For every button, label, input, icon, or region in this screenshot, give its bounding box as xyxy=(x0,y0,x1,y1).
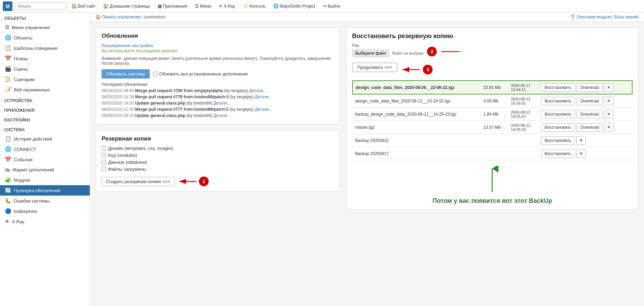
sidebar-item-plans[interactable]: 📅 Планы xyxy=(0,53,90,64)
delete-button[interactable]: ✕ xyxy=(604,123,613,132)
backup-file-size: 1.84 Mb xyxy=(481,108,508,121)
backup-file-actions: Восстановить✕ xyxy=(538,134,632,147)
restore-button[interactable]: Восстановить xyxy=(541,150,575,158)
arrow-left-icon xyxy=(177,177,198,186)
sidebar-item-check-updates[interactable]: 🔄 Проверка обновлений xyxy=(0,185,90,196)
nav-website[interactable]: 🏠 Веб-сайт xyxy=(69,2,98,10)
backup-file-date: 2020-09-12 14:25:23 xyxy=(508,121,538,134)
sidebar-item-menu-management[interactable]: ☰ Меню управления xyxy=(0,22,90,33)
backup-file-date: 2020-09-17 10:44:11 xyxy=(508,81,538,94)
sidebar-item-objects[interactable]: 🌐 Объекты xyxy=(0,33,90,43)
update-system-button[interactable]: Обновить систему xyxy=(102,69,150,79)
delete-button[interactable]: ✕ xyxy=(604,97,613,105)
delete-button[interactable]: ✕ xyxy=(576,136,586,145)
log-item-4: 08/05/2020 09:23 Update general.class.ph… xyxy=(102,113,333,118)
sidebar-item-modules[interactable]: 🧩 Модули xyxy=(0,175,90,185)
continue-button[interactable]: Продолжить >>> xyxy=(352,63,398,72)
two-col-layout: Обновления Расширенная настройка Вы испо… xyxy=(90,22,644,221)
update-warning-text: Внимание: данная операция может занять д… xyxy=(102,56,333,66)
sidebar-item-connect[interactable]: 🌐 CONNECT xyxy=(0,144,90,154)
logout-icon: ↩ xyxy=(323,3,327,9)
delete-button[interactable]: ✕ xyxy=(576,149,586,158)
sidebar-item-market[interactable]: 🛍 Маркет дополнений xyxy=(0,165,90,175)
console-icon: ⚡ xyxy=(243,3,249,9)
sidebar-item-action-history[interactable]: 📋 История действий xyxy=(0,134,90,144)
apps-icon: ▦ xyxy=(158,3,162,9)
breadcrumb-home[interactable]: Панель управления xyxy=(102,15,140,19)
page-layout: Объекты ☰ Меню управления 🌐 Объекты 📋 Ша… xyxy=(0,12,644,306)
nav-console[interactable]: ⚡ Консоль xyxy=(240,2,268,10)
sidebar-item-kodexplorer[interactable]: 🔵 kodexplorer xyxy=(0,206,90,216)
sidebar-section-objects: Объекты xyxy=(0,12,90,22)
checkbox-design[interactable] xyxy=(102,146,106,151)
nav-homepages[interactable]: 🏠 Домашние страницы xyxy=(100,2,153,10)
delete-button[interactable]: ✕ xyxy=(604,110,613,118)
annotation-badge-2: 2 xyxy=(427,47,437,56)
file-upload-row: File: Выберите файл Файл не выбран 2 xyxy=(352,43,633,60)
sidebar-item-events[interactable]: 📅 События xyxy=(0,154,90,165)
update-log: Последние обновления: 08/19/2020 08:49 M… xyxy=(102,82,333,118)
sidebar-item-xray[interactable]: ✕ X-Ray xyxy=(0,216,90,227)
scenarios-icon: 📜 xyxy=(5,76,11,82)
backup-checkbox-design: Дизайн (templates, css, images) xyxy=(102,146,333,151)
module-description-link[interactable]: ❓ Описание модуля / База знаний xyxy=(570,15,638,19)
download-button[interactable]: Download xyxy=(576,83,602,92)
nav-menu[interactable]: ☰ Меню xyxy=(192,2,214,10)
backup-file-actions: ВосстановитьDownload✕ xyxy=(538,108,632,121)
sidebar-item-web-variables[interactable]: 📝 Веб-переменные xyxy=(0,84,90,95)
advanced-settings-link[interactable]: Расширенная настройка xyxy=(102,43,153,48)
log-item-2: 08/05/2020 14:05 Update general.class.ph… xyxy=(102,101,333,106)
backup-files-table: design_code_data_files_2020-08-26__22-06… xyxy=(352,80,633,160)
nav-apps[interactable]: ▦ Приложения xyxy=(155,2,190,10)
nav-majordomo[interactable]: 🌐 MajorDoMo Project xyxy=(270,2,318,10)
sidebar-item-scenarios[interactable]: 📜 Сценарии xyxy=(0,74,90,84)
log-item-0: 08/19/2020 08:49 Merge pull request #780… xyxy=(102,88,333,93)
restore-button[interactable]: Восстановить xyxy=(541,97,575,105)
choose-file-button[interactable]: Выберите файл xyxy=(352,50,389,57)
search-input[interactable] xyxy=(15,2,67,10)
sidebar-item-scenes[interactable]: 🎬 Сцены xyxy=(0,64,90,74)
backup-file-date xyxy=(508,134,538,147)
table-row: Backup 20200912Восстановить✕ xyxy=(353,134,632,147)
home-icon: 🏠 xyxy=(71,3,77,9)
download-button[interactable]: Download xyxy=(576,110,602,118)
backup-file-date: 2020-09-12 14:25:23 xyxy=(508,108,538,121)
annotation-badge-3: 3 xyxy=(423,65,433,74)
breadcrumb: 🏠 Панель управления / saverestore xyxy=(96,15,165,19)
create-backup-button[interactable]: Создать резервную копию >>> xyxy=(102,177,175,186)
delete-button[interactable]: ✕ xyxy=(604,83,613,92)
table-row: design_code_data_files_2020-08-26__22-06… xyxy=(353,81,632,94)
web-vars-icon: 📝 xyxy=(5,87,11,93)
sidebar-item-behavior-templates[interactable]: 📋 Шаблоны поведения xyxy=(0,43,90,53)
backup-file-size: 22.91 Mb xyxy=(481,81,508,94)
backup-file-name: backup_design_code_data_2020-09-12__14-2… xyxy=(353,108,481,121)
nav-logout[interactable]: ↩ Выйти xyxy=(320,2,343,10)
file-not-selected-text: Файл не выбран xyxy=(392,51,424,56)
sidebar-item-system-errors[interactable]: 🐛 Ошибки системы xyxy=(0,196,90,206)
nav-xray[interactable]: ✕ X-Ray xyxy=(216,2,238,10)
download-button[interactable]: Download xyxy=(576,97,602,105)
sidebar-section-apps: Приложения xyxy=(0,105,90,114)
logo-icon: M xyxy=(3,1,12,11)
backup-checkboxes: Дизайн (templates, css, images) Код (mod… xyxy=(102,146,333,172)
breadcrumb-current: saverestore xyxy=(144,15,166,19)
backup-file-size: 3.09 Mb xyxy=(481,94,508,108)
restore-button[interactable]: Восстановить xyxy=(541,123,575,132)
events-icon: 📅 xyxy=(5,156,11,163)
checkbox-code[interactable] xyxy=(102,153,106,158)
xray-sidebar-icon: ✕ xyxy=(5,218,9,225)
bottom-annotation: Потом у вас появится вот этот BackUp xyxy=(352,160,633,205)
annotation-arrow-2: 2 xyxy=(427,47,460,56)
green-up-arrow-icon xyxy=(482,166,503,194)
update-addons-checkbox-label[interactable]: Обновить все установленные дополнения xyxy=(153,71,247,76)
update-addons-checkbox[interactable] xyxy=(153,72,158,76)
file-choose-row: Выберите файл Файл не выбран xyxy=(352,50,424,57)
download-button[interactable]: Download xyxy=(576,123,602,132)
sidebar: Объекты ☰ Меню управления 🌐 Объекты 📋 Ша… xyxy=(0,12,90,306)
restore-button[interactable]: Восстановить xyxy=(541,110,575,118)
restore-button[interactable]: Восстановить xyxy=(541,136,575,145)
checkbox-files[interactable] xyxy=(102,167,106,171)
restore-card: Восстановить резервную копию File: Выбер… xyxy=(346,27,638,210)
restore-button[interactable]: Восстановить xyxy=(541,83,575,92)
checkbox-data[interactable] xyxy=(102,160,106,164)
